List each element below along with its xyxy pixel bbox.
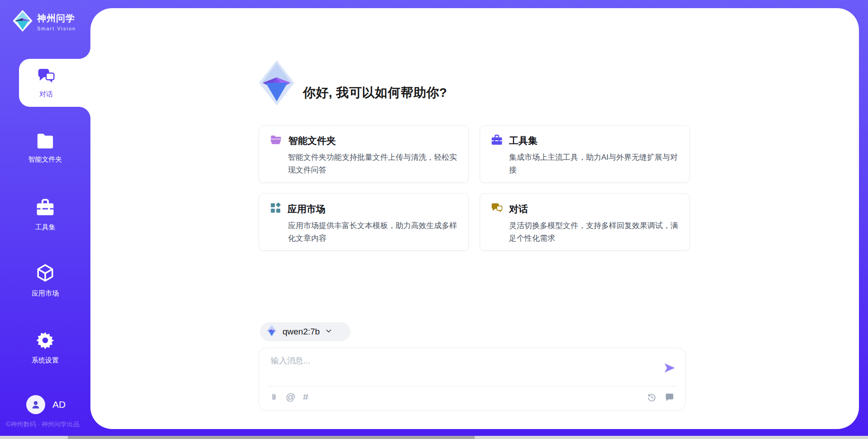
chevron-down-icon	[325, 327, 332, 336]
composer-divider	[268, 386, 676, 387]
gear-icon	[36, 331, 54, 351]
card-description: 灵活切换多模型文件，支持多样回复效果调试，满足个性化需求	[509, 220, 683, 245]
folder-icon	[36, 132, 55, 150]
avatar	[26, 395, 45, 414]
model-name: qwen2:7b	[283, 327, 320, 337]
app-grid-icon	[270, 202, 281, 215]
sidebar-item-label: 应用市场	[32, 289, 59, 298]
sidebar-item-label: 对话	[39, 90, 53, 99]
brand-diamond-logo	[259, 60, 294, 107]
sidebar: 神州问学 Smart Vision 对话 智能文件夹	[0, 0, 90, 439]
user-account[interactable]: AD	[26, 395, 66, 414]
chat-bubbles-icon	[37, 67, 55, 86]
sidebar-item-app-market[interactable]: 应用市场	[0, 263, 90, 298]
card-app-market[interactable]: 应用市场 应用市场提供丰富长文本模板，助力高效生成多样化文章内容	[259, 193, 469, 251]
brand-diamond-logo	[13, 10, 33, 33]
greeting-title: 你好, 我可以如何帮助你?	[303, 84, 447, 101]
card-description: 集成市场上主流工具，助力AI与外界无缝扩展与对接	[509, 151, 683, 177]
card-title: 应用市场	[288, 203, 326, 215]
sidebar-item-chat[interactable]: 对话	[19, 59, 90, 107]
message-composer: @ #	[259, 348, 686, 411]
card-chat[interactable]: 对话 灵活切换多模型文件，支持多样回复效果调试，满足个性化需求	[480, 193, 690, 251]
model-logo-icon	[266, 324, 277, 339]
scrollbar-thumb[interactable]	[68, 436, 475, 439]
briefcase-icon	[36, 198, 55, 218]
card-description: 智能文件夹功能支持批量文件上传与清洗，轻松实现文件问答	[288, 151, 462, 177]
sidebar-item-settings[interactable]: 系统设置	[0, 331, 90, 365]
card-title: 工具集	[509, 134, 538, 147]
brand: 神州问学 Smart Vision	[13, 10, 76, 33]
card-smart-folder[interactable]: 智能文件夹 智能文件夹功能支持批量文件上传与清洗，轻松实现文件问答	[259, 125, 469, 183]
card-title: 对话	[509, 203, 528, 215]
copyright-footer: ©神州数码 · 神州问学出品	[6, 420, 80, 429]
send-button[interactable]	[663, 362, 676, 375]
message-input[interactable]	[271, 355, 651, 382]
chat-bubble-icon[interactable]	[665, 392, 675, 402]
model-selector[interactable]: qwen2:7b	[260, 322, 350, 341]
chat-bubbles-icon	[491, 202, 503, 215]
brand-subtitle: Smart Vision	[37, 26, 76, 31]
mention-icon[interactable]: @	[286, 391, 295, 402]
brand-name: 神州问学	[37, 12, 76, 24]
briefcase-icon	[491, 134, 503, 147]
user-initials: AD	[52, 399, 66, 410]
hashtag-icon[interactable]: #	[303, 391, 308, 402]
history-icon[interactable]	[647, 392, 657, 402]
feature-cards: 智能文件夹 智能文件夹功能支持批量文件上传与清洗，轻松实现文件问答 工具集 集成…	[259, 125, 691, 251]
sidebar-item-label: 智能文件夹	[28, 155, 62, 164]
card-title: 智能文件夹	[288, 134, 336, 147]
sidebar-item-toolkit[interactable]: 工具集	[0, 198, 90, 232]
main-content-panel: 你好, 我可以如何帮助你? 智能文件夹 智能文件夹功能支持批量文件上传与清洗，轻…	[90, 8, 859, 429]
horizontal-scrollbar[interactable]	[0, 436, 868, 439]
sidebar-item-smart-folder[interactable]: 智能文件夹	[0, 132, 90, 164]
sidebar-item-label: 工具集	[35, 223, 56, 232]
sidebar-item-label: 系统设置	[32, 356, 59, 365]
attach-file-icon[interactable]	[270, 391, 278, 402]
folder-icon	[270, 134, 282, 147]
cube-icon	[36, 263, 55, 284]
card-description: 应用市场提供丰富长文本模板，助力高效生成多样化文章内容	[288, 220, 462, 245]
card-toolkit[interactable]: 工具集 集成市场上主流工具，助力AI与外界无缝扩展与对接	[480, 125, 690, 183]
